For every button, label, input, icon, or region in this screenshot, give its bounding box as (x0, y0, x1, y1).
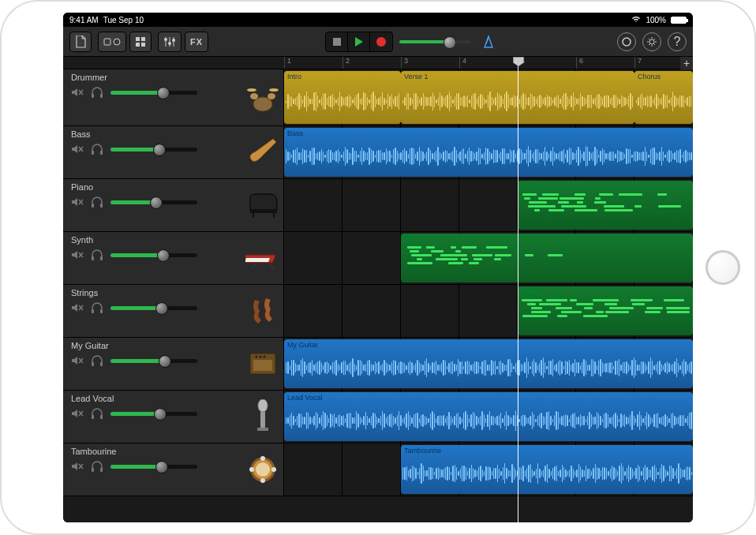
master-volume-slider[interactable] (399, 40, 470, 43)
guitar-amp-icon[interactable] (245, 346, 280, 381)
svg-rect-15 (100, 94, 103, 98)
svg-point-10 (623, 38, 631, 46)
headphones-button[interactable] (90, 196, 104, 208)
track-volume-slider[interactable] (110, 359, 197, 363)
region[interactable]: Intro (284, 71, 401, 124)
mute-button[interactable] (71, 196, 84, 208)
midi-notes (521, 193, 690, 226)
region[interactable]: Lead Vocal (284, 392, 693, 441)
mute-button[interactable] (71, 355, 84, 366)
region[interactable]: Tambourine (401, 445, 693, 494)
region[interactable]: Synth (401, 234, 693, 282)
my-songs-button[interactable] (69, 32, 92, 52)
track-lane[interactable]: My Guitar (284, 338, 693, 390)
help-button[interactable]: ? (668, 32, 687, 51)
ruler-bar-2[interactable]: 2 (342, 57, 401, 69)
tracks-view-button[interactable] (129, 32, 152, 52)
play-button[interactable] (348, 32, 370, 52)
midi-notes (521, 299, 690, 332)
track-lane[interactable]: Strings (284, 285, 693, 337)
synth-keyboard-icon[interactable] (245, 241, 280, 275)
headphones-button[interactable] (90, 144, 104, 155)
drumkit-icon[interactable] (245, 80, 280, 115)
fx-button[interactable]: FX (185, 32, 208, 52)
track-header[interactable]: Lead Vocal (63, 391, 284, 443)
track-header[interactable]: Bass (63, 126, 284, 178)
region[interactable]: Strings (518, 286, 693, 335)
track-row[interactable]: TambourineTambourine (63, 443, 693, 496)
track-row[interactable]: SynthSynth (63, 232, 693, 285)
track-volume-slider[interactable] (110, 148, 197, 152)
ruler-bar-4[interactable]: 4 (459, 57, 518, 69)
add-section-button[interactable]: + (680, 57, 693, 69)
region-label: My Guitar (287, 341, 690, 349)
headphones-button[interactable] (90, 302, 104, 313)
mute-button[interactable] (71, 302, 84, 313)
metronome-button[interactable] (477, 32, 500, 52)
track-row[interactable]: StringsStrings (63, 285, 693, 338)
track-controls-button[interactable] (158, 32, 182, 52)
track-header[interactable]: Synth (63, 232, 284, 284)
playhead[interactable] (518, 57, 518, 522)
grand-piano-icon[interactable] (245, 188, 280, 223)
mute-button[interactable] (71, 249, 84, 260)
track-header[interactable]: Strings (63, 285, 284, 337)
track-volume-slider[interactable] (110, 412, 197, 416)
ruler-bar-3[interactable]: 3 (401, 57, 459, 69)
help-icon: ? (674, 35, 681, 49)
track-volume-slider[interactable] (110, 200, 197, 204)
track-volume-slider[interactable] (110, 91, 197, 95)
track-header[interactable]: Drummer (63, 69, 284, 125)
svg-rect-37 (245, 258, 270, 262)
string-section-icon[interactable] (245, 294, 280, 328)
headphones-button[interactable] (90, 355, 104, 366)
track-lane[interactable]: Bass (284, 126, 693, 178)
settings-button[interactable] (642, 32, 661, 51)
headphones-button[interactable] (90, 87, 104, 98)
track-lane[interactable]: Lead Vocal (284, 391, 693, 443)
track-lane[interactable]: Tambourine (284, 443, 693, 496)
track-header[interactable]: My Guitar (63, 338, 284, 390)
track-lane[interactable]: Synth (284, 232, 693, 284)
track-row[interactable]: BassBass (63, 126, 693, 179)
track-row[interactable]: My GuitarMy Guitar (63, 338, 693, 391)
mute-button[interactable] (71, 144, 84, 155)
track-row[interactable]: DrummerIntroVerse 1Chorus (63, 69, 693, 126)
microphone-icon[interactable] (245, 399, 280, 434)
headphones-button[interactable] (90, 249, 104, 260)
track-volume-slider[interactable] (110, 253, 197, 257)
ruler-bar-1[interactable]: 1 (284, 57, 342, 69)
track-lane[interactable]: IntroVerse 1Chorus (284, 69, 693, 125)
ruler-bar-5[interactable]: 5 (518, 57, 576, 69)
region[interactable]: Chorus (634, 71, 693, 124)
track-row[interactable]: Lead VocalLead Vocal (63, 391, 693, 443)
tracks-area[interactable]: DrummerIntroVerse 1ChorusBassBassPianoPi… (63, 69, 693, 522)
bass-guitar-icon[interactable] (245, 135, 280, 170)
mute-button[interactable] (71, 461, 84, 472)
tambourine-icon[interactable] (245, 452, 280, 487)
svg-rect-28 (100, 204, 103, 208)
ruler-bar-6[interactable]: 6 (576, 57, 634, 69)
track-volume-slider[interactable] (110, 306, 197, 310)
browser-button[interactable] (98, 32, 126, 52)
track-header[interactable]: Piano (63, 179, 284, 231)
region[interactable]: My Guitar (284, 339, 693, 388)
track-header[interactable]: Tambourine (63, 443, 284, 496)
home-button[interactable] (705, 250, 740, 285)
mute-button[interactable] (71, 87, 84, 98)
record-button[interactable] (370, 32, 392, 52)
headphones-button[interactable] (90, 408, 104, 419)
track-volume-slider[interactable] (110, 465, 197, 469)
region[interactable]: Piano (518, 181, 693, 230)
loop-button[interactable] (617, 32, 636, 51)
region-label: Synth (404, 235, 690, 243)
stop-button[interactable] (326, 32, 348, 52)
track-row[interactable]: PianoPiano (63, 179, 693, 232)
mute-button[interactable] (71, 408, 84, 419)
timeline-ruler[interactable]: 1234567 + (63, 57, 693, 69)
track-lane[interactable]: Piano (284, 179, 693, 231)
headphones-button[interactable] (90, 461, 104, 472)
region[interactable]: Bass (284, 128, 693, 177)
svg-rect-34 (92, 256, 94, 260)
waveform (284, 82, 401, 121)
